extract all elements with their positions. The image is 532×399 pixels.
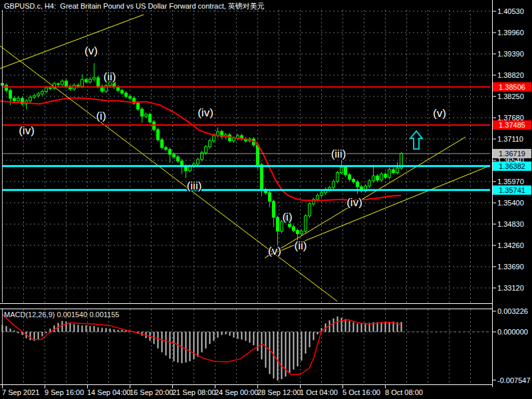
price-tick-label: 1.33690 — [497, 263, 524, 271]
candle-body — [37, 94, 40, 96]
time-tick-label: 14 Sep 04:00 — [87, 388, 130, 396]
price-badge-text: 1.35741 — [499, 186, 525, 194]
time-tick-label: 9 Sep 16:00 — [45, 388, 84, 396]
candle-body — [161, 140, 164, 148]
price-tick-label: 1.38820 — [497, 71, 524, 79]
candle-body — [197, 160, 200, 164]
candle-body — [85, 80, 88, 82]
candle-body — [137, 103, 140, 109]
time-tick-label: 21 Sep 08:00 — [172, 388, 215, 396]
macd-axis: 0.0032260.000000-0.007547 — [492, 307, 531, 384]
candle-body — [9, 90, 12, 98]
candle-body — [17, 98, 20, 101]
price-badge-text: 1.37485 — [499, 121, 525, 129]
candle-body — [269, 193, 271, 201]
wave-label: (v) — [84, 45, 98, 57]
candle-body — [5, 85, 8, 90]
wave-label: (ii) — [104, 70, 116, 83]
candle-body — [93, 78, 96, 79]
candle-body — [344, 168, 347, 175]
chart-canvas[interactable]: (v)(ii)(i)(iv)(iv)(iii)(iii)(iv)(i)(ii)(… — [0, 0, 532, 399]
candle-body — [65, 81, 68, 86]
candle-body — [149, 114, 152, 122]
candle-body — [368, 181, 371, 186]
macd-indicator-label: MACD(12,26,9) 0.001540 0.001155 — [4, 311, 119, 319]
candle-body — [125, 93, 128, 96]
candle-body — [77, 85, 80, 86]
candle-body — [372, 176, 375, 181]
candle-body — [121, 90, 124, 93]
candle-body — [396, 168, 399, 173]
candle-body — [388, 170, 391, 178]
time-tick-label: 1 Oct 04:00 — [300, 388, 338, 396]
candle-body — [380, 174, 383, 180]
wave-label: (iii) — [331, 148, 346, 160]
upper-parallel — [0, 15, 144, 68]
wave-label: (v) — [433, 107, 446, 120]
candle-body — [97, 78, 100, 86]
price-tick-label: 1.38250 — [497, 92, 524, 100]
up-arrow-icon — [410, 131, 422, 149]
time-axis: 7 Sep 20219 Sep 16:0014 Sep 04:0016 Sep … — [2, 385, 423, 396]
descending-channel — [0, 46, 337, 301]
price-tick-label: 1.39390 — [497, 50, 524, 58]
price-tick-label: 1.35400 — [497, 199, 524, 207]
wave-label: (iv) — [19, 124, 35, 137]
price-tick-label: 1.40530 — [497, 7, 524, 15]
candle-body — [173, 154, 176, 157]
grid-lines — [2, 10, 490, 384]
candle-body — [273, 201, 275, 217]
wave-label: (i) — [96, 110, 106, 122]
wave-label: (i) — [282, 211, 292, 223]
wave-label: (v) — [268, 245, 281, 257]
candle-body — [297, 231, 299, 234]
price-tick-label: 1.34260 — [497, 241, 524, 249]
candle-body — [356, 182, 359, 187]
macd-pane — [2, 314, 490, 380]
price-tick-label: 1.35970 — [497, 178, 524, 186]
candle-body — [261, 165, 263, 190]
candle-body — [61, 81, 64, 84]
candle-body — [45, 88, 48, 92]
candle-body — [305, 216, 307, 231]
candle-body — [384, 174, 387, 178]
candle-body — [89, 79, 92, 82]
macd-tick-label: 0.003226 — [497, 307, 528, 315]
time-tick-label: 16 Sep 20:00 — [130, 388, 173, 396]
time-tick-label: 8 Oct 08:00 — [385, 388, 423, 396]
candle-body — [321, 193, 323, 196]
candle-body — [177, 157, 180, 161]
wave-label: (iii) — [187, 180, 202, 192]
candle-body — [145, 114, 148, 116]
candle-body — [141, 109, 144, 116]
candle-body — [29, 97, 32, 101]
candle-body — [233, 138, 235, 141]
candle-body — [213, 136, 215, 141]
candle-body — [257, 145, 259, 165]
candle-body — [165, 148, 168, 150]
candle-body — [376, 176, 379, 180]
candle-body — [301, 231, 303, 234]
candle-body — [205, 147, 207, 153]
price-badge-text: 1.38506 — [499, 83, 525, 91]
price-tick-label: 1.39960 — [497, 29, 524, 37]
trendlines[interactable] — [0, 15, 490, 301]
wave-labels[interactable]: (v)(ii)(i)(iv)(iv)(iii)(iii)(iv)(i)(ii)(… — [19, 45, 446, 257]
candle-body — [81, 80, 84, 86]
candle-body — [340, 168, 343, 173]
up-arrow-object[interactable] — [410, 131, 422, 149]
price-tick-label: 1.34830 — [497, 220, 524, 228]
candle-body — [277, 217, 279, 231]
candle-body — [49, 88, 52, 88]
candle-body — [129, 96, 132, 98]
candle-body — [13, 98, 16, 101]
candle-body — [209, 141, 211, 147]
mt4-chart-window: GBPUSD.c, H4: Great Britain Pound vs US … — [0, 0, 532, 399]
wave-label: (ii) — [295, 239, 307, 252]
candle-body — [293, 227, 295, 231]
candle-body — [348, 175, 351, 180]
candle-body — [117, 87, 120, 90]
price-tick-label: 1.33120 — [497, 284, 524, 292]
time-tick-label: 5 Oct 16:00 — [342, 388, 380, 396]
candle-body — [352, 180, 355, 182]
